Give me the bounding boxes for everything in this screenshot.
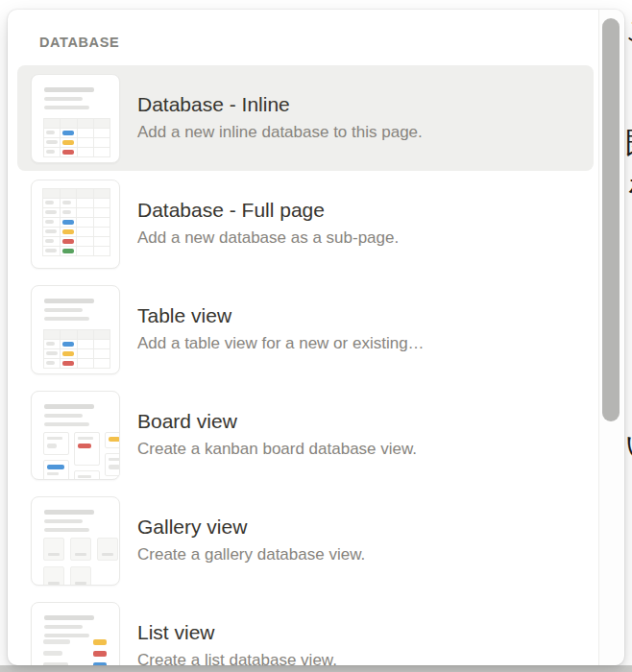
menu-item-database-inline[interactable]: Database - Inline Add a new inline datab…	[17, 65, 594, 171]
menu-scrollbar-track	[598, 10, 623, 665]
menu-item-table-view[interactable]: Table view Add a table view for a new or…	[17, 276, 594, 382]
menu-item-title: Gallery view	[137, 515, 365, 540]
menu-item-list-view[interactable]: List view Create a list database view.	[17, 593, 594, 665]
background-text-fragment: い	[625, 426, 632, 466]
bottom-edge-strip	[0, 665, 632, 672]
menu-item-description: Create a gallery database view.	[137, 544, 365, 566]
menu-scrollbar-thumb[interactable]	[602, 18, 620, 421]
background-text-fragment: く	[625, 563, 632, 607]
board-view-icon	[31, 391, 120, 480]
list-view-icon	[31, 602, 120, 666]
database-full-page-icon	[31, 180, 120, 269]
background-text-fragment: こ	[625, 12, 632, 51]
menu-item-description: Add a new database as a sub-page.	[137, 228, 399, 250]
menu-item-gallery-view[interactable]: Gallery view Create a gallery database v…	[17, 488, 594, 593]
menu-item-title: Board view	[137, 409, 417, 434]
insert-block-menu: DATABASE Database - Inline Add a new inl…	[8, 10, 624, 665]
menu-item-database-full-page[interactable]: Database - Full page Add a new database …	[17, 171, 594, 276]
background-text-fragment: 既	[625, 123, 632, 165]
background-text-fragment: を	[625, 167, 632, 209]
menu-item-description: Create a list database view.	[137, 650, 337, 665]
menu-item-title: Table view	[137, 303, 425, 328]
menu-item-description: Add a table view for a new or existing…	[137, 333, 425, 355]
menu-item-title: Database - Inline	[137, 92, 423, 117]
section-header-database: DATABASE	[39, 35, 624, 50]
menu-item-description: Add a new inline database to this page.	[137, 122, 423, 144]
database-inline-icon	[31, 74, 120, 163]
page: こ 既 を い く DATABASE Database - Inli	[0, 0, 632, 672]
menu-item-title: Database - Full page	[137, 198, 399, 223]
gallery-view-icon	[31, 496, 120, 586]
menu-item-board-view[interactable]: Board view Create a kanban board databas…	[17, 382, 594, 488]
menu-item-title: List view	[137, 620, 337, 645]
menu-item-description: Create a kanban board database view.	[137, 439, 417, 461]
table-view-icon	[31, 285, 120, 374]
